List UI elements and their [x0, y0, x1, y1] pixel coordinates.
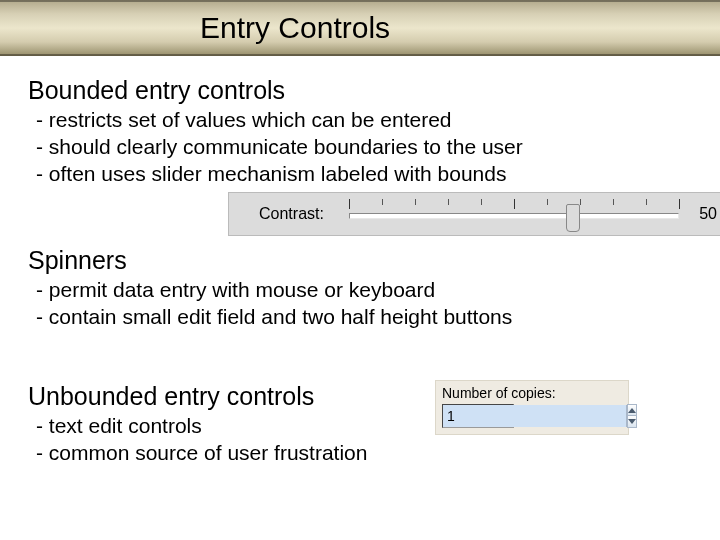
bullet: - common source of user frustration	[36, 440, 692, 467]
bullet: - should clearly communicate boundaries …	[36, 134, 692, 161]
heading-spinners: Spinners	[28, 246, 692, 275]
bullet: - contain small edit field and two half …	[36, 304, 692, 331]
slider-label: Contrast:	[259, 205, 324, 223]
spinner-field	[442, 404, 514, 428]
bullets-bounded: - restricts set of values which can be e…	[36, 107, 692, 188]
heading-bounded: Bounded entry controls	[28, 76, 692, 105]
bullet: - restricts set of values which can be e…	[36, 107, 692, 134]
chevron-down-icon	[628, 419, 636, 424]
bullets-spinners: - permit data entry with mouse or keyboa…	[36, 277, 692, 331]
slide-title: Entry Controls	[200, 11, 390, 45]
slider-track[interactable]	[349, 199, 679, 231]
svg-marker-0	[628, 408, 636, 413]
svg-marker-1	[628, 419, 636, 424]
chevron-up-icon	[628, 408, 636, 413]
bullet: - permit data entry with mouse or keyboa…	[36, 277, 692, 304]
spinner-buttons	[626, 405, 636, 427]
spinner-down-button[interactable]	[627, 415, 637, 428]
spinner-label: Number of copies:	[442, 385, 622, 401]
spinner-input[interactable]	[443, 405, 626, 427]
title-band: Entry Controls	[0, 0, 720, 56]
slider-value: 50	[699, 205, 717, 223]
copies-spinner-example: Number of copies:	[435, 380, 629, 435]
contrast-slider-example: Contrast: 50	[228, 192, 720, 236]
bullet: - often uses slider mechanism labeled wi…	[36, 161, 692, 188]
slider-thumb[interactable]	[566, 204, 580, 232]
